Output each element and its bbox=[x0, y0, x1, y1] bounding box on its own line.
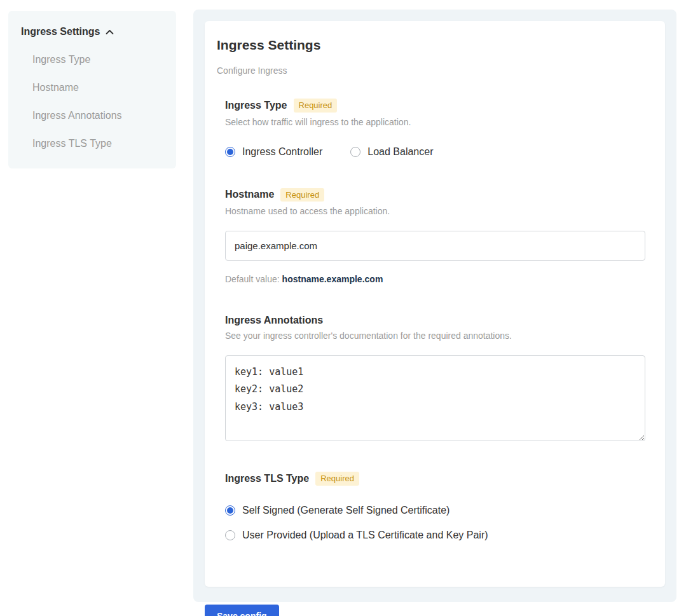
section-ingress-tls-type-header: Ingress TLS Type Required bbox=[225, 472, 645, 486]
hostname-default-value: hostname.example.com bbox=[282, 274, 383, 284]
section-ingress-annotations-title: Ingress Annotations bbox=[225, 315, 323, 326]
required-badge: Required bbox=[280, 188, 324, 202]
radio-button-icon[interactable] bbox=[225, 147, 235, 157]
hostname-input[interactable] bbox=[225, 231, 645, 261]
radio-button-icon[interactable] bbox=[350, 147, 360, 157]
section-hostname: Hostname Required Hostname used to acces… bbox=[225, 188, 645, 285]
sidebar-group-title: Ingress Settings bbox=[21, 26, 100, 38]
radio-button-icon[interactable] bbox=[225, 530, 235, 540]
section-hostname-header: Hostname Required bbox=[225, 188, 645, 202]
required-badge: Required bbox=[294, 99, 338, 113]
section-ingress-tls-type-title: Ingress TLS Type bbox=[225, 473, 309, 484]
radio-label: Load Balancer bbox=[367, 146, 433, 158]
sidebar-item-ingress-annotations[interactable]: Ingress Annotations bbox=[32, 110, 163, 121]
radio-label: User Provided (Upload a TLS Certificate … bbox=[242, 530, 488, 541]
radio-label: Self Signed (Generate Self Signed Certif… bbox=[242, 505, 449, 516]
section-ingress-type-title: Ingress Type bbox=[225, 100, 287, 111]
page-subtitle: Configure Ingress bbox=[217, 65, 645, 76]
radio-option-self-signed[interactable]: Self Signed (Generate Self Signed Certif… bbox=[225, 505, 645, 516]
hostname-default-label: Default value: bbox=[225, 274, 280, 284]
sidebar-item-list: Ingress Type Hostname Ingress Annotation… bbox=[21, 54, 163, 149]
section-ingress-annotations-help: See your ingress controller's documentat… bbox=[225, 331, 645, 341]
config-panel: Ingress Settings Configure Ingress Ingre… bbox=[193, 10, 676, 602]
section-hostname-title: Hostname bbox=[225, 189, 274, 200]
config-nav-sidebar: Ingress Settings Ingress Type Hostname I… bbox=[8, 11, 176, 168]
section-ingress-type: Ingress Type Required Select how traffic… bbox=[225, 99, 645, 158]
sidebar-group-ingress-settings[interactable]: Ingress Settings bbox=[21, 26, 163, 38]
section-hostname-help: Hostname used to access the application. bbox=[225, 206, 645, 216]
section-ingress-annotations-header: Ingress Annotations bbox=[225, 315, 645, 326]
hostname-default-line: Default value:hostname.example.com bbox=[225, 274, 645, 284]
config-card: Ingress Settings Configure Ingress Ingre… bbox=[205, 21, 665, 587]
page-title: Ingress Settings bbox=[217, 38, 645, 53]
tls-type-radio-group: Self Signed (Generate Self Signed Certif… bbox=[225, 505, 645, 541]
save-config-button[interactable]: Save config bbox=[205, 605, 279, 616]
section-ingress-type-help: Select how traffic will ingress to the a… bbox=[225, 117, 645, 127]
section-ingress-type-header: Ingress Type Required bbox=[225, 99, 645, 113]
radio-option-load-balancer[interactable]: Load Balancer bbox=[350, 146, 433, 158]
required-badge: Required bbox=[315, 472, 359, 486]
chevron-up-icon[interactable] bbox=[106, 29, 114, 35]
sidebar-item-ingress-tls-type[interactable]: Ingress TLS Type bbox=[32, 138, 163, 149]
sidebar-item-hostname[interactable]: Hostname bbox=[32, 82, 163, 93]
section-ingress-tls-type: Ingress TLS Type Required Self Signed (G… bbox=[225, 472, 645, 541]
radio-option-ingress-controller[interactable]: Ingress Controller bbox=[225, 146, 322, 158]
ingress-annotations-textarea[interactable]: key1: value1 key2: value2 key3: value3 bbox=[225, 355, 645, 441]
radio-option-user-provided[interactable]: User Provided (Upload a TLS Certificate … bbox=[225, 530, 645, 541]
sidebar-item-ingress-type[interactable]: Ingress Type bbox=[32, 54, 163, 65]
radio-label: Ingress Controller bbox=[242, 146, 322, 158]
config-page: Ingress Settings Ingress Type Hostname I… bbox=[0, 0, 693, 616]
radio-button-icon[interactable] bbox=[225, 505, 235, 516]
ingress-type-radio-group: Ingress Controller Load Balancer bbox=[225, 146, 645, 158]
section-ingress-annotations: Ingress Annotations See your ingress con… bbox=[225, 315, 645, 441]
